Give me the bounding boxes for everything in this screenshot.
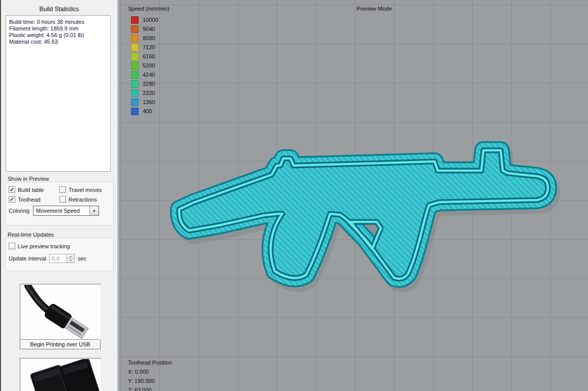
legend-row: 6160: [131, 52, 158, 61]
realtime-updates-group: Live preview tracking Update interval 5,…: [5, 238, 114, 271]
usb-button-caption[interactable]: Begin Printing over USB: [20, 339, 100, 349]
begin-printing-usb-button[interactable]: Begin Printing over USB: [20, 284, 101, 349]
coloring-label: Coloring: [9, 208, 29, 214]
app-window: Build Statistics Build time: 0 hours 38 …: [0, 0, 588, 391]
legend-color-swatch: [131, 89, 139, 97]
legend-value: 7120: [143, 44, 155, 50]
checkbox-box[interactable]: [9, 243, 15, 249]
update-interval-label: Update interval: [9, 255, 46, 262]
speed-legend-title: Speed (mm/min): [128, 6, 169, 12]
checkbox-travel-moves[interactable]: Travel moves: [59, 186, 111, 193]
legend-color-swatch: [131, 71, 139, 79]
chevron-down-icon[interactable]: ▼: [89, 206, 99, 215]
legend-row: 8080: [131, 34, 158, 43]
toolhead-position-title: Toolhead Position: [128, 358, 172, 367]
legend-row: 2320: [131, 88, 158, 97]
checkbox-live-preview-tracking[interactable]: Live preview tracking: [9, 243, 111, 249]
toolhead-y: Y: 190.000: [128, 376, 172, 385]
legend-value: 10000: [143, 17, 158, 23]
legend-value: 9040: [143, 26, 155, 32]
update-interval-spinner[interactable]: 5,0 ▲ ▼: [49, 254, 75, 263]
checkbox-build-table[interactable]: Build table: [9, 186, 56, 193]
preview-mode-label: Preview Mode: [356, 6, 392, 12]
legend-value: 6160: [143, 53, 155, 59]
legend-color-swatch: [131, 16, 139, 24]
build-stats-box: Build time: 0 hours 38 minutesFilament l…: [6, 15, 111, 172]
spinner-buttons: ▲ ▼: [67, 254, 74, 263]
legend-color-swatch: [131, 25, 139, 33]
coloring-dropdown-value: Movement Speed: [34, 208, 89, 214]
update-interval-row: Update interval 5,0 ▲ ▼ sec: [9, 254, 111, 263]
coloring-row: Coloring Movement Speed ▼: [9, 206, 111, 216]
spinner-down-icon[interactable]: ▼: [67, 259, 74, 263]
usb-cable-image: [21, 285, 101, 340]
toolhead-x: X: 0.000: [128, 367, 172, 376]
legend-color-swatch: [131, 35, 139, 42]
legend-row: 10000: [131, 15, 158, 24]
legend-color-swatch: [131, 99, 139, 106]
stat-line: Material cost: 45.63: [9, 39, 107, 45]
live-preview-checkbox-slot: Live preview tracking: [9, 243, 111, 249]
checkbox-box[interactable]: [9, 196, 15, 203]
toolhead-z: Z: 63.000: [128, 385, 172, 391]
legend-color-swatch: [131, 108, 139, 115]
legend-value: 1360: [143, 99, 155, 105]
legend-row: 400: [131, 107, 158, 116]
legend-color-swatch: [131, 62, 139, 70]
stat-line: Build time: 0 hours 38 minutes: [9, 19, 107, 25]
checkbox-box[interactable]: [9, 186, 15, 193]
preview-checkbox-grid: Build tableTravel movesToolheadRetractio…: [9, 186, 111, 203]
legend-value: 3280: [143, 81, 155, 87]
legend-row: 9040: [131, 24, 158, 34]
stat-line: Filament length: 1859.9 mm: [9, 25, 107, 32]
legend-value: 8080: [143, 35, 155, 41]
show-in-preview-title: Show in Preview: [8, 176, 49, 182]
update-interval-unit: sec: [78, 255, 86, 262]
legend-row: 7120: [131, 43, 158, 52]
spinner-up-icon[interactable]: ▲: [67, 254, 74, 259]
legend-value: 5200: [143, 62, 155, 69]
checkbox-label: Toolhead: [18, 197, 41, 203]
checkbox-box[interactable]: [59, 186, 66, 193]
legend-row: 5200: [131, 61, 158, 70]
realtime-updates-title: Real-time Updates: [8, 232, 54, 238]
sd-cards-image: [21, 359, 101, 391]
legend-color-swatch: [131, 44, 139, 51]
begin-printing-sd-button[interactable]: [20, 358, 101, 391]
checkbox-label: Build table: [18, 187, 44, 193]
legend-color-swatch: [131, 80, 139, 88]
printed-model-ak47-cookie-cutter: [118, 0, 588, 391]
show-in-preview-group: Build tableTravel movesToolheadRetractio…: [5, 182, 114, 225]
speed-legend-rows: 1000090408080712061605200424032802320136…: [131, 15, 158, 116]
checkbox-retractions[interactable]: Retractions: [59, 196, 111, 203]
checkbox-label: Live preview tracking: [18, 243, 70, 249]
legend-value: 400: [143, 108, 152, 114]
checkbox-label: Retractions: [69, 197, 97, 203]
legend-value: 4240: [143, 72, 155, 78]
checkbox-label: Travel moves: [69, 187, 102, 193]
legend-color-swatch: [131, 53, 139, 60]
build-statistics-title: Build Statistics: [1, 6, 117, 13]
coloring-dropdown[interactable]: Movement Speed ▼: [33, 206, 99, 216]
stat-line: Plastic weight: 4.56 g (0.01 lb): [9, 32, 107, 39]
legend-value: 2320: [143, 90, 155, 96]
legend-row: 1360: [131, 97, 158, 107]
3d-preview-viewport[interactable]: Speed (mm/min) Preview Mode 100009040808…: [118, 0, 588, 391]
legend-row: 4240: [131, 70, 158, 79]
checkbox-toolhead[interactable]: Toolhead: [9, 196, 56, 203]
legend-row: 3280: [131, 79, 158, 88]
sidebar-panel: Build Statistics Build time: 0 hours 38 …: [1, 0, 118, 391]
checkbox-box[interactable]: [59, 196, 66, 203]
update-interval-value[interactable]: 5,0: [50, 254, 67, 263]
toolhead-position-readout: Toolhead Position X: 0.000 Y: 190.000 Z:…: [128, 358, 172, 391]
